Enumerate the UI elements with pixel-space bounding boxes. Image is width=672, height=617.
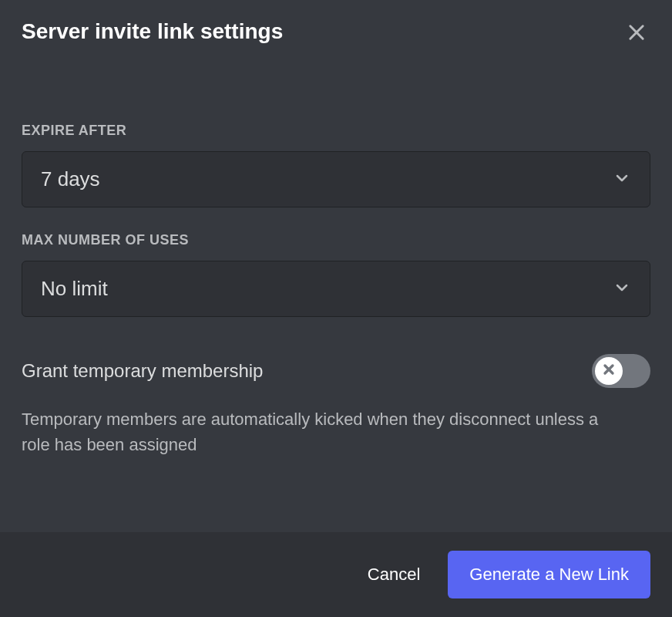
temporary-membership-toggle[interactable]	[592, 354, 650, 388]
expire-after-select[interactable]: 7 days	[22, 151, 650, 207]
max-uses-value: No limit	[41, 277, 108, 301]
invite-settings-modal: Server invite link settings EXPIRE AFTER…	[0, 0, 672, 617]
modal-body: EXPIRE AFTER 7 days MAX NUMBER OF USES N…	[0, 49, 672, 495]
chevron-down-icon	[613, 169, 631, 190]
close-icon	[626, 22, 647, 46]
toggle-row: Grant temporary membership	[22, 354, 650, 388]
temporary-membership-label: Grant temporary membership	[22, 360, 263, 382]
modal-footer: Cancel Generate a New Link	[0, 532, 672, 617]
close-button[interactable]	[623, 19, 650, 49]
expire-after-section: EXPIRE AFTER 7 days	[22, 123, 650, 207]
modal-header: Server invite link settings	[0, 0, 672, 49]
generate-link-button[interactable]: Generate a New Link	[448, 551, 650, 598]
toggle-knob	[595, 357, 623, 385]
max-uses-section: MAX NUMBER OF USES No limit	[22, 232, 650, 317]
max-uses-label: MAX NUMBER OF USES	[22, 232, 650, 248]
chevron-down-icon	[613, 278, 631, 300]
max-uses-select[interactable]: No limit	[22, 261, 650, 317]
expire-after-value: 7 days	[41, 167, 100, 191]
x-icon	[601, 362, 617, 380]
expire-after-label: EXPIRE AFTER	[22, 123, 650, 139]
cancel-button[interactable]: Cancel	[352, 554, 435, 595]
modal-title: Server invite link settings	[22, 19, 283, 45]
temporary-membership-section: Grant temporary membership Temporary mem…	[22, 354, 650, 457]
temporary-membership-description: Temporary members are automatically kick…	[22, 406, 630, 457]
